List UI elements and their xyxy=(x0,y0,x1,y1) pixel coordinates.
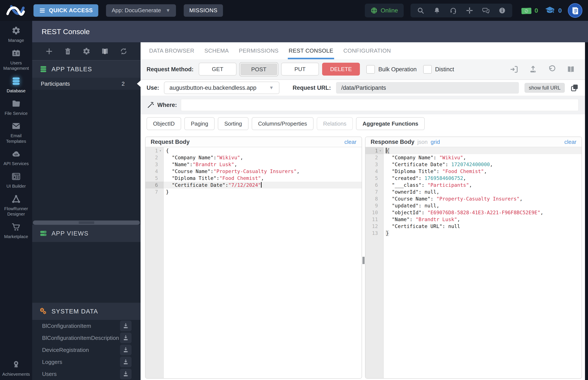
import-icon[interactable] xyxy=(510,65,518,74)
code-line[interactable]: "Company Name":"Wikivu", xyxy=(164,154,362,161)
add-table-icon[interactable] xyxy=(45,47,53,55)
info-icon[interactable] xyxy=(498,7,506,14)
sidebar-item-manage[interactable]: Manage xyxy=(0,25,32,44)
download-button[interactable] xyxy=(120,357,131,367)
code-line[interactable]: "Name": "Brandtr Lusk", xyxy=(384,216,582,223)
sidebar-item-email-templates[interactable]: Email Templates xyxy=(0,120,32,145)
docs-book-icon[interactable] xyxy=(101,47,109,55)
code-line[interactable]: } xyxy=(384,230,582,237)
notifications-bell-icon[interactable] xyxy=(433,7,441,14)
sorting-button[interactable]: Sorting xyxy=(218,117,248,130)
code-line[interactable]: "___class": "Participants", xyxy=(384,182,582,189)
online-status-badge[interactable]: Online xyxy=(365,4,404,17)
sidebar-item-ui-builder[interactable]: UI Builder xyxy=(0,171,32,190)
response-clear-link[interactable]: clear xyxy=(564,139,576,145)
download-button[interactable] xyxy=(120,369,131,379)
checkbox-box[interactable] xyxy=(423,65,432,74)
undo-icon[interactable] xyxy=(548,65,556,74)
code-line[interactable]: "Course Name":"Property-Casualty Insurer… xyxy=(164,168,362,175)
request-clear-link[interactable]: clear xyxy=(344,139,356,145)
method-post-button[interactable]: POST xyxy=(240,63,278,76)
code-area[interactable]: { "Company Name": "Wikivu", "Certificate… xyxy=(384,147,582,378)
response-body-editor[interactable]: 1▾2345678910111213 { "Company Name": "Wi… xyxy=(366,147,582,378)
tab-schema[interactable]: SCHEMA xyxy=(204,42,229,59)
system-table-row[interactable]: BlConfigurationItem xyxy=(32,320,141,332)
method-put-button[interactable]: PUT xyxy=(281,63,319,76)
docs-book-icon[interactable] xyxy=(567,65,575,74)
download-button[interactable] xyxy=(120,321,131,331)
aggregate-functions-button[interactable]: Aggregate Functions xyxy=(356,117,425,130)
slack-icon[interactable] xyxy=(466,7,473,14)
sidebar-item-api-services[interactable]: API Services xyxy=(0,148,32,168)
upload-icon[interactable] xyxy=(529,65,537,74)
panel-splitter-handle[interactable] xyxy=(362,136,365,379)
copy-icon[interactable] xyxy=(570,83,579,92)
bulk-operation-checkbox[interactable]: Bulk Operation xyxy=(366,65,417,74)
where-input[interactable] xyxy=(181,99,579,111)
relations-button[interactable]: Relations xyxy=(317,117,353,130)
objectid-button[interactable]: ObjectID xyxy=(147,117,181,130)
code-area[interactable]: { "Company Name":"Wikivu", "Name":"Brand… xyxy=(164,147,362,378)
code-line[interactable]: { xyxy=(384,147,582,154)
backendless-bucks-icon[interactable] xyxy=(520,6,533,15)
fold-caret-icon[interactable]: ▾ xyxy=(158,149,163,153)
forum-chat-icon[interactable] xyxy=(482,7,490,14)
request-body-editor[interactable]: 1▾234567 { "Company Name":"Wikivu", "Nam… xyxy=(146,147,362,378)
code-line[interactable]: { xyxy=(164,147,362,154)
search-icon[interactable] xyxy=(417,7,424,14)
code-line[interactable]: "Company Name": "Wikivu", xyxy=(384,154,582,161)
quick-access-button[interactable]: QUICK ACCESS xyxy=(34,4,98,17)
system-table-row[interactable]: Loggers xyxy=(32,356,141,368)
request-url-field[interactable]: /data/Participants xyxy=(336,82,519,94)
domain-select[interactable]: augustbutton-eu.backendless.app ▼ xyxy=(164,82,279,94)
tab-rest-console[interactable]: REST CONSOLE xyxy=(289,42,333,59)
tab-configuration[interactable]: CONFIGURATION xyxy=(343,42,391,59)
code-line[interactable]: "Certificate Date":"7/12/2024" xyxy=(164,182,362,189)
support-headset-icon[interactable] xyxy=(450,7,457,14)
code-line[interactable]: "Name":"Brandtr Lusk", xyxy=(164,161,362,168)
system-table-row[interactable]: Users xyxy=(32,368,141,380)
sidebar-item-marketplace[interactable]: Marketplace xyxy=(0,221,32,241)
paging-button[interactable]: Paging xyxy=(184,117,215,130)
method-get-button[interactable]: GET xyxy=(199,63,237,76)
backendless-logo-icon[interactable] xyxy=(6,3,25,18)
sidebar-item-achievements[interactable]: Achievements xyxy=(0,359,32,378)
sidebar-item-users-management[interactable]: Users Management xyxy=(0,47,32,72)
sidebar-item-flowrunner-designer[interactable]: FlowRunner Designer xyxy=(0,193,32,218)
code-line[interactable]: "Certificate Date": 1720742400000, xyxy=(384,161,582,168)
columns-properties-button[interactable]: Columns/Properties xyxy=(252,117,313,130)
tab-permissions[interactable]: PERMISSIONS xyxy=(239,42,278,59)
system-table-row[interactable]: BlConfigurationItemDescription xyxy=(32,332,141,344)
code-line[interactable]: } xyxy=(164,189,362,195)
panel-resize-grip[interactable] xyxy=(33,221,140,225)
code-line[interactable]: "Certificate URL": null xyxy=(384,223,582,230)
code-line[interactable]: "Diploma Title":"Food Chemist", xyxy=(164,175,362,182)
missions-button[interactable]: MISSIONS xyxy=(184,4,223,17)
checkbox-box[interactable] xyxy=(366,65,375,74)
table-settings-gear-icon[interactable] xyxy=(82,47,91,55)
code-line[interactable]: "Diploma Title": "Food Chemist", xyxy=(384,168,582,175)
method-delete-button[interactable]: DELETE xyxy=(322,63,360,76)
distinct-checkbox[interactable]: Distinct xyxy=(423,65,454,74)
fold-caret-icon[interactable]: ▾ xyxy=(378,149,383,153)
download-button[interactable] xyxy=(120,344,131,355)
sidebar-item-file-service[interactable]: File Service xyxy=(0,98,32,117)
avatar[interactable] xyxy=(568,3,582,18)
show-full-url-button[interactable]: show full URL xyxy=(524,83,565,93)
app-selector[interactable]: App: DocuGenerate ▼ xyxy=(106,4,176,17)
code-line[interactable]: "updated": null, xyxy=(384,202,582,209)
table-row-participants[interactable]: Participants 2 xyxy=(32,78,141,90)
response-grid-link[interactable]: grid xyxy=(431,139,440,145)
download-button[interactable] xyxy=(120,333,131,343)
magic-wand-icon[interactable] xyxy=(147,101,154,109)
code-line[interactable]: "Course Name": "Property-Casualty Insure… xyxy=(384,195,582,202)
refresh-icon[interactable] xyxy=(120,47,128,55)
code-line[interactable]: "objectId": "E69076D8-5828-41E3-A221-F96… xyxy=(384,209,582,216)
sidebar-item-database[interactable]: Database xyxy=(0,75,32,95)
code-line[interactable]: "ownerId": null, xyxy=(384,189,582,195)
delete-table-icon[interactable] xyxy=(64,47,72,55)
tab-data-browser[interactable]: DATA BROWSER xyxy=(149,42,194,59)
system-table-row[interactable]: DeviceRegistration xyxy=(32,344,141,356)
code-line[interactable]: "created": 1769584606752, xyxy=(384,175,582,182)
graduation-cap-icon[interactable] xyxy=(544,5,556,16)
